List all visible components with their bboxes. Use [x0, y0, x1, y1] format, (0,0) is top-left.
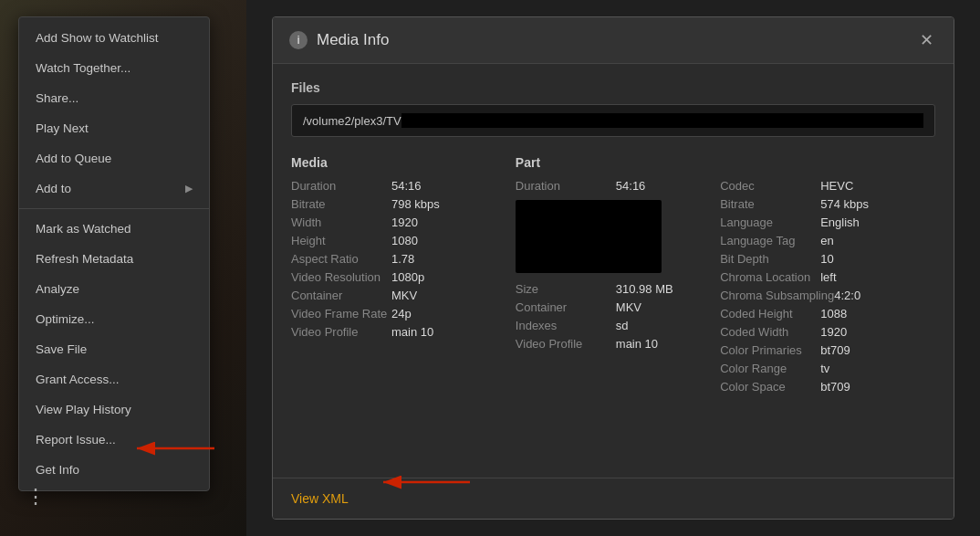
info-row: Language Tagen: [720, 234, 935, 247]
info-row: Chroma Subsampling4:2:0: [720, 289, 935, 302]
menu-item-add-to[interactable]: Add to▶: [19, 173, 209, 204]
info-row: Size310.98 MB: [516, 282, 711, 296]
info-value: English: [820, 215, 860, 229]
info-value: 798 kbps: [391, 197, 440, 211]
info-label: Bitrate: [720, 197, 820, 211]
info-label: Color Primaries: [720, 343, 820, 357]
info-label: Language: [720, 215, 820, 229]
file-path-hidden-portion: [401, 113, 923, 128]
info-value: 1080: [391, 234, 418, 247]
info-value: 574 kbps: [820, 197, 869, 211]
info-value: 54:16: [391, 179, 422, 193]
info-row: Aspect Ratio1.78: [291, 252, 506, 266]
info-label: Bit Depth: [720, 252, 820, 266]
info-row: CodecHEVC: [720, 179, 935, 193]
info-value: 4:2:0: [834, 289, 860, 302]
dialog-title: Media Info: [317, 31, 916, 49]
info-label: Language Tag: [720, 234, 820, 247]
info-row: ContainerMKV: [291, 289, 506, 302]
info-label: Duration: [516, 179, 616, 193]
info-value: bt709: [820, 380, 850, 394]
info-value: HEVC: [820, 179, 853, 193]
info-label: Coded Width: [720, 325, 820, 339]
menu-item-optimize[interactable]: Optimize...: [19, 304, 209, 334]
info-label: Video Frame Rate: [291, 307, 391, 321]
menu-item-add-to-queue[interactable]: Add to Queue: [19, 143, 209, 173]
info-label: Aspect Ratio: [291, 252, 391, 266]
info-row: Color Spacebt709: [720, 380, 935, 394]
menu-item-label-add-to-queue: Add to Queue: [36, 152, 111, 165]
info-row: Coded Width1920: [720, 325, 935, 339]
submenu-arrow-add-to: ▶: [185, 183, 193, 194]
info-icon: i: [289, 31, 308, 49]
info-row: Indexessd: [516, 319, 711, 332]
menu-item-label-grant-access: Grant Access...: [36, 373, 120, 386]
info-value: left: [820, 270, 836, 284]
media-col-title: Media: [291, 155, 506, 170]
dialog-close-button[interactable]: ✕: [916, 30, 937, 50]
info-label: Duration: [291, 179, 391, 193]
info-value: 10: [820, 252, 833, 266]
three-dot-button[interactable]: ⋮: [26, 485, 47, 509]
menu-item-label-add-to: Add to: [36, 182, 71, 195]
view-xml-arrow: [374, 468, 474, 499]
menu-item-analyze[interactable]: Analyze: [19, 274, 209, 304]
info-columns: Media Duration54:16Bitrate798 kbpsWidth1…: [291, 155, 935, 398]
menu-item-play-next[interactable]: Play Next: [19, 113, 209, 143]
menu-item-label-play-next: Play Next: [36, 121, 89, 135]
info-value: 1080p: [391, 270, 424, 284]
info-label: Video Resolution: [291, 270, 391, 284]
menu-divider-add-to: [19, 208, 209, 209]
info-label: Width: [291, 215, 391, 229]
info-value: 24p: [391, 307, 412, 321]
menu-item-label-add-show-watchlist: Add Show to Watchlist: [36, 31, 159, 45]
menu-item-view-play-history[interactable]: View Play History: [19, 394, 209, 425]
info-row: ContainerMKV: [516, 300, 711, 314]
dialog-header: i Media Info ✕: [273, 17, 954, 64]
info-row: Duration54:16: [516, 179, 711, 193]
menu-item-label-analyze: Analyze: [36, 282, 79, 296]
view-xml-link[interactable]: View XML: [291, 491, 349, 506]
info-value: 310.98 MB: [616, 282, 673, 296]
menu-item-label-share: Share...: [36, 91, 78, 105]
media-rows: Duration54:16Bitrate798 kbpsWidth1920Hei…: [291, 179, 506, 339]
part-column: Part Duration54:16 Size310.98 MBContaine…: [516, 155, 711, 398]
info-value: 1920: [391, 215, 418, 229]
info-value: 1920: [820, 325, 847, 339]
info-value: bt709: [820, 343, 850, 357]
menu-item-label-report-issue: Report Issue...: [36, 433, 116, 447]
menu-item-save-file[interactable]: Save File: [19, 334, 209, 364]
info-label: Color Range: [720, 362, 820, 375]
get-info-arrow: [128, 435, 219, 466]
part-rows-after: Size310.98 MBContainerMKVIndexessdVideo …: [516, 282, 711, 351]
info-value: en: [820, 234, 833, 247]
info-row: Bitrate574 kbps: [720, 197, 935, 211]
codec-col-title: [720, 155, 935, 170]
info-row: Video Frame Rate24p: [291, 307, 506, 321]
video-thumbnail: [516, 200, 662, 273]
info-label: Bitrate: [291, 197, 391, 211]
file-path-bar: /volume2/plex3/TV: [291, 104, 935, 137]
menu-item-grant-access[interactable]: Grant Access...: [19, 364, 209, 394]
codec-rows: CodecHEVCBitrate574 kbpsLanguageEnglishL…: [720, 179, 935, 394]
menu-item-refresh-metadata[interactable]: Refresh Metadata: [19, 244, 209, 274]
info-row: Chroma Locationleft: [720, 270, 935, 284]
media-info-dialog: i Media Info ✕ Files /volume2/plex3/TV M…: [272, 16, 954, 520]
info-label: Video Profile: [516, 337, 616, 351]
menu-item-add-show-watchlist[interactable]: Add Show to Watchlist: [19, 23, 209, 53]
files-section-label: Files: [291, 80, 935, 95]
info-value: main 10: [391, 325, 433, 339]
info-row: Coded Height1088: [720, 307, 935, 321]
info-label: Chroma Subsampling: [720, 289, 834, 302]
info-label: Video Profile: [291, 325, 391, 339]
info-row: LanguageEnglish: [720, 215, 935, 229]
codec-column: CodecHEVCBitrate574 kbpsLanguageEnglishL…: [720, 155, 935, 398]
info-row: Video Profilemain 10: [291, 325, 506, 339]
info-value: MKV: [391, 289, 417, 302]
menu-item-share[interactable]: Share...: [19, 83, 209, 113]
menu-item-watch-together[interactable]: Watch Together...: [19, 53, 209, 83]
info-row: Video Resolution1080p: [291, 270, 506, 284]
info-row: Bitrate798 kbps: [291, 197, 506, 211]
file-path-text: /volume2/plex3/TV: [303, 114, 401, 128]
menu-item-mark-as-watched[interactable]: Mark as Watched: [19, 214, 209, 244]
